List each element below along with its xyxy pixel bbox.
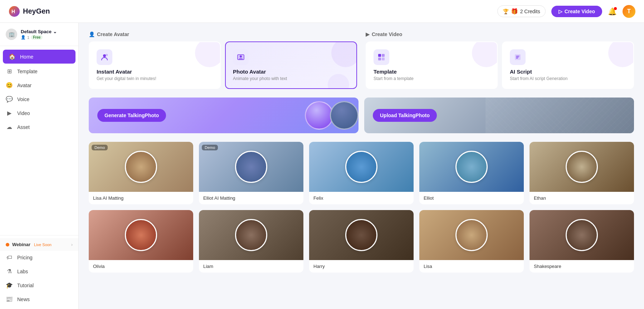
photo-avatar-card[interactable]: Photo Avatar Animate your photo with tex… [225,41,357,89]
avatar-item-lisa-ai[interactable]: Demo Lisa AI Matting [89,142,193,204]
sidebar-bottom: Webinar Live Soon › 🏷 Pricing ⚗ Labs 🎓 T… [0,235,78,309]
sidebar-item-template[interactable]: ⊞ Template [0,64,78,78]
main-content: 👤 Create Avatar + Instant Avatar Get you… [79,23,644,309]
heygen-logo-icon: H [9,6,20,17]
sidebar-item-tutorial[interactable]: 🎓 Tutorial [0,278,78,292]
avatar-item-felix[interactable]: Felix [309,142,414,204]
svg-text:+: + [106,54,107,57]
user-avatar-button[interactable]: T [623,5,635,18]
sidebar-item-pricing[interactable]: 🏷 Pricing [0,251,78,264]
trophy-icon: 🏆 [503,9,509,14]
logo: H HeyGen [9,6,50,17]
avatar-item-olivia[interactable]: Olivia [89,210,193,273]
topbar-right: 🏆 🎁 2 Credits ▷ Create Video 🔔 T [497,5,635,18]
sidebar-item-labs-label: Labs [17,269,28,274]
avatar-img-wrap: Demo [199,142,303,192]
generate-talkingphoto-button[interactable]: Generate TalkingPhoto [97,109,166,122]
upload-banner-bg [486,98,634,133]
instant-avatar-card[interactable]: + Instant Avatar Get your digital twin i… [89,41,221,89]
avatar-name: Harry [309,260,414,273]
avatar-name: Olivia [89,260,193,273]
create-avatar-cards: + Instant Avatar Get your digital twin i… [89,41,357,89]
avatar-item-elliot-ai[interactable]: Demo Elliot AI Matting [199,142,303,204]
notification-button[interactable]: 🔔 [608,7,617,16]
chevron-down-icon: ⌄ [53,29,57,34]
generate-banner[interactable]: Generate TalkingPhoto [89,98,358,133]
template-card-icon [374,49,389,65]
logo-text: HeyGen [23,7,50,15]
sidebar-item-home[interactable]: 🏠 Home [3,50,75,64]
upload-banner[interactable]: Upload TalkingPhoto [364,98,634,133]
avatar-img-wrap [530,142,634,192]
create-video-title: ▶ Create Video [366,31,634,37]
photo-avatar-title: Photo Avatar [233,69,349,75]
sidebar-item-video[interactable]: ▶ Video [0,106,78,120]
avatar-face [125,219,157,251]
avatar-item-shakespeare[interactable]: Shakespeare [530,210,634,273]
live-dot-icon [6,243,9,246]
notification-dot [614,7,617,10]
sidebar-item-news[interactable]: 📰 News [0,292,78,306]
instant-avatar-title: Instant Avatar [97,69,213,75]
home-icon: 🏠 [9,53,16,60]
sidebar-item-voice[interactable]: 💬 Voice [0,92,78,106]
credits-button[interactable]: 🏆 🎁 2 Credits [497,5,546,17]
avatar-name: Ethan [530,192,634,204]
gift-icon: 🎁 [511,8,518,15]
avatar-item-harry[interactable]: Harry [309,210,414,273]
avatar-face [125,151,157,183]
avatar-section-icon: 👤 [89,31,95,37]
ai-script-title: AI Script [510,69,626,75]
upload-talkingphoto-button[interactable]: Upload TalkingPhoto [373,109,437,122]
banner-avatar-1 [305,101,333,130]
workspace-section[interactable]: 🏢 Default Space ⌄ 👤 1 Free [0,23,78,46]
sidebar-item-webinar[interactable]: Webinar Live Soon › [0,238,78,251]
avatar-item-liam[interactable]: Liam [199,210,303,273]
card-deco-2 [331,41,357,67]
svg-rect-11 [382,58,385,60]
labs-icon: ⚗ [6,268,13,275]
avatar-name: Liam [199,260,303,273]
ai-script-desc: Start from AI script Generation [510,76,626,81]
banner-avatar-2 [330,101,358,130]
avatar-img-wrap [89,210,193,260]
ai-script-card[interactable]: AI Script Start from AI script Generatio… [502,41,634,89]
sidebar-item-news-label: News [17,296,30,302]
avatar-img-wrap: Demo [89,142,193,192]
create-avatar-section: 👤 Create Avatar + Instant Avatar Get you… [89,31,357,89]
sidebar-item-labs[interactable]: ⚗ Labs [0,264,78,278]
sidebar-item-home-label: Home [20,54,33,60]
sidebar-item-asset[interactable]: ☁ Asset [0,120,78,134]
workspace-name: Default Space ⌄ [21,29,73,34]
avatar-img-wrap [199,210,303,260]
create-video-button[interactable]: ▷ Create Video [551,6,602,17]
credits-label: 2 Credits [520,9,540,14]
people-icon: 👤 [21,35,26,40]
sidebar-item-template-label: Template [17,69,38,74]
video-section-icon: ▶ [366,31,370,37]
avatar-name: Lisa AI Matting [89,192,193,204]
sidebar-item-voice-label: Voice [17,96,29,102]
demo-badge: Demo [202,145,218,150]
sidebar-item-asset-label: Asset [17,124,30,130]
avatar-face [235,219,267,251]
demo-badge: Demo [92,145,108,150]
instant-avatar-icon: + [97,49,112,65]
avatar-face [345,151,377,183]
user-initial: T [627,8,631,15]
avatar-item-ethan[interactable]: Ethan [530,142,634,204]
tutorial-icon: 🎓 [6,282,13,289]
workspace-icon: 🏢 [6,29,17,40]
avatar-item-lisa[interactable]: Lisa [419,210,524,273]
photo-avatar-icon [233,49,249,65]
voice-icon: 💬 [6,96,13,103]
avatar-name: Shakespeare [530,260,634,273]
svg-rect-9 [382,54,385,57]
sidebar-item-video-label: Video [17,110,30,116]
create-video-section: ▶ Create Video Template Start from a tem… [366,31,634,89]
card-deco-4 [472,41,498,67]
template-card[interactable]: Template Start from a template [366,41,498,89]
sidebar-item-avatar[interactable]: 😊 Avatar [0,78,78,92]
avatar-item-elliot[interactable]: Elliot [419,142,524,204]
avatar-img-wrap [309,210,414,260]
